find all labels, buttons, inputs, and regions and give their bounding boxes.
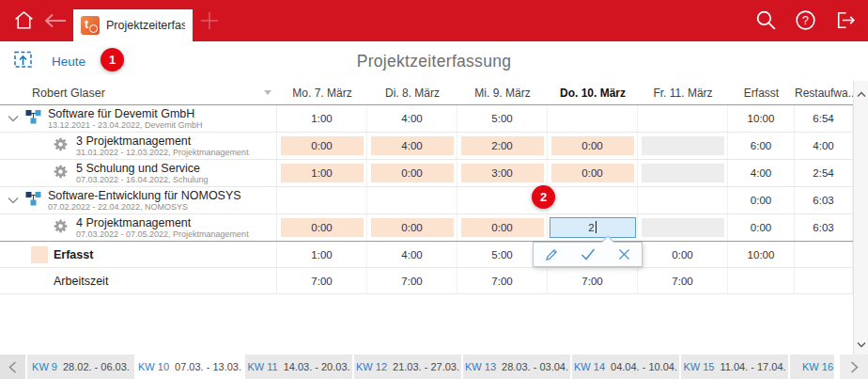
week-tab-kw15[interactable]: KW 1511.04. - 17.04. xyxy=(681,355,788,379)
titlebar-actions: ? xyxy=(754,8,857,32)
col-header-mo: Mo. 7. März xyxy=(277,87,367,100)
rest-cell: 6:03 xyxy=(795,187,853,213)
cell-value: 7:00 xyxy=(311,276,332,287)
erfasst-cell: 0:00 xyxy=(728,187,795,213)
week-tab-kw9[interactable]: KW 928.02. - 06.03. xyxy=(27,355,134,379)
time-entry-cell[interactable]: 0:00 xyxy=(371,218,454,237)
summary-cell xyxy=(795,268,853,293)
time-cell xyxy=(548,105,638,132)
row-title-block: 3 Projektmanagement 31.01.2022 - 12.03.2… xyxy=(76,134,249,158)
table-row-project-nomosys[interactable]: Software-Entwicklung für NOMOSYS 07.02.2… xyxy=(0,187,853,214)
week-label: KW 9 xyxy=(32,361,57,372)
week-label: KW 14 xyxy=(574,361,605,372)
row-title-block: 5 Schulung und Service 07.03.2022 - 16.0… xyxy=(76,162,209,185)
week-tab-kw12[interactable]: KW 1221.03. - 27.03. xyxy=(354,355,461,379)
recorded-color-swatch xyxy=(31,246,48,263)
summary-name-cell: Erfasst xyxy=(0,242,277,267)
edit-value: 2 xyxy=(588,222,594,233)
cell-value: 5:00 xyxy=(491,113,512,124)
time-entry-input-active[interactable]: 2 xyxy=(550,217,636,238)
tab-icon-letter: t xyxy=(85,17,88,31)
time-entry-cell[interactable]: 4:00 xyxy=(371,136,454,155)
col-header-do-today: Do. 10. März xyxy=(548,87,638,100)
step-badge-2: 2 xyxy=(532,185,555,209)
week-tab-kw13[interactable]: KW 1328.03. - 03.04. xyxy=(463,355,570,379)
time-cell: 3:00 xyxy=(457,160,548,186)
summary-label: Erfasst xyxy=(54,248,93,261)
time-entry-cell[interactable]: 0:00 xyxy=(281,218,364,237)
person-column-header[interactable]: Robert Glaser xyxy=(0,87,277,100)
text-caret xyxy=(596,221,597,233)
gear-task-icon xyxy=(53,164,69,183)
time-entry-cell[interactable]: 0:00 xyxy=(371,164,454,182)
time-entry-cell-disabled xyxy=(642,164,724,182)
vertical-scrollbar[interactable] xyxy=(853,81,868,355)
time-entry-cell[interactable]: 0:00 xyxy=(281,136,364,155)
page-title: Projektzeiterfassung xyxy=(0,52,868,71)
edit-pencil-icon[interactable] xyxy=(544,246,560,262)
cell-value: 4:00 xyxy=(401,113,422,124)
scroll-up-icon[interactable] xyxy=(857,85,866,102)
confirm-check-icon[interactable] xyxy=(580,247,597,261)
row-name-cell: 5 Schulung und Service 07.03.2022 - 16.0… xyxy=(0,160,277,186)
time-cell: 1:00 xyxy=(277,105,367,132)
time-cell xyxy=(638,133,728,159)
tab-projektzeiterfassung[interactable]: t Projektzeiterfas... xyxy=(73,9,193,41)
time-entry-cell[interactable]: 0:00 xyxy=(461,218,544,237)
task-sub: 07.03.2022 - 16.04.2022, Schulung xyxy=(76,175,209,184)
summary-cell xyxy=(795,242,853,267)
time-cell: 0:00 xyxy=(277,214,367,241)
time-cell xyxy=(367,187,457,213)
tab-icon-clock xyxy=(89,24,98,33)
col-header-di: Di. 8. März xyxy=(367,87,457,100)
week-label: KW 11 xyxy=(247,361,277,372)
task-name: 3 Projektmanagement xyxy=(76,134,249,148)
time-entry-cell[interactable]: 1:00 xyxy=(281,164,364,182)
expand-chevron-icon[interactable] xyxy=(8,192,19,209)
erfasst-cell: 10:00 xyxy=(728,105,795,132)
week-tab-kw14[interactable]: KW 1404.04. - 10.04. xyxy=(572,355,679,379)
time-entry-cell[interactable]: 0:00 xyxy=(551,136,634,155)
task-sub: 07.03.2022 - 07.05.2022, Projektmanageme… xyxy=(76,229,249,239)
time-entry-cell[interactable]: 0:00 xyxy=(551,164,634,182)
person-name: Robert Glaser xyxy=(32,87,105,100)
project-name: Software-Entwicklung für NOMOSYS xyxy=(48,189,241,202)
table-row-task-3-projektmanagement[interactable]: 3 Projektmanagement 31.01.2022 - 12.03.2… xyxy=(0,133,853,160)
cell-value: 10:00 xyxy=(748,249,775,261)
search-icon[interactable] xyxy=(754,8,778,32)
summary-cell: 10:00 xyxy=(728,242,795,267)
week-label: KW 10 xyxy=(138,361,169,372)
edit-confirm-popup xyxy=(533,242,643,267)
table-row-task-5-schulung[interactable]: 5 Schulung und Service 07.03.2022 - 16.0… xyxy=(0,160,853,187)
help-icon[interactable]: ? xyxy=(794,8,817,32)
time-entry-cell[interactable]: 3:00 xyxy=(461,164,544,182)
new-tab-plus-icon[interactable] xyxy=(199,10,220,35)
erfasst-cell: 0:00 xyxy=(728,214,795,241)
expand-chevron-icon[interactable] xyxy=(8,110,19,127)
time-entry-cell[interactable]: 2:00 xyxy=(461,136,544,155)
week-label: KW 15 xyxy=(683,361,714,372)
cell-value: 10:00 xyxy=(748,113,775,124)
logout-icon[interactable] xyxy=(833,8,857,32)
scroll-down-icon[interactable] xyxy=(857,335,866,352)
summary-cell: 7:00 xyxy=(457,268,548,293)
week-prev-button[interactable] xyxy=(0,355,25,379)
home-icon[interactable] xyxy=(12,8,36,36)
cancel-x-icon[interactable] xyxy=(617,247,631,261)
cell-value: 6:54 xyxy=(813,113,833,124)
time-cell: 5:00 xyxy=(457,105,548,132)
project-sub: 13.12.2021 - 23.04.2022, Devemit GmbH xyxy=(48,120,203,130)
summary-row-erfasst: Erfasst 1:00 4:00 5:00 0:00 10:00 xyxy=(0,242,853,268)
week-tab-kw11[interactable]: KW 1114.03. - 20.03. xyxy=(245,355,352,379)
week-tab-kw16[interactable]: KW 161 xyxy=(790,355,834,379)
back-arrow-icon[interactable] xyxy=(41,11,68,34)
table-row-project-devemit[interactable]: Software für Devemit GmbH 13.12.2021 - 2… xyxy=(0,105,853,133)
summary-name-cell: Arbeitszeit xyxy=(0,268,277,293)
cell-value: 1:00 xyxy=(311,113,332,124)
cell-value: 1:00 xyxy=(311,249,332,261)
week-range: 28.02. - 06.03. xyxy=(63,361,130,372)
week-next-button[interactable] xyxy=(840,355,868,379)
week-tab-kw10-selected[interactable]: KW 1007.03. - 13.03. xyxy=(136,355,243,379)
time-cell: 0:00 xyxy=(367,160,457,186)
table-row-task-4-projektmanagement[interactable]: 4 Projektmanagement 07.03.2022 - 07.05.2… xyxy=(0,214,853,242)
